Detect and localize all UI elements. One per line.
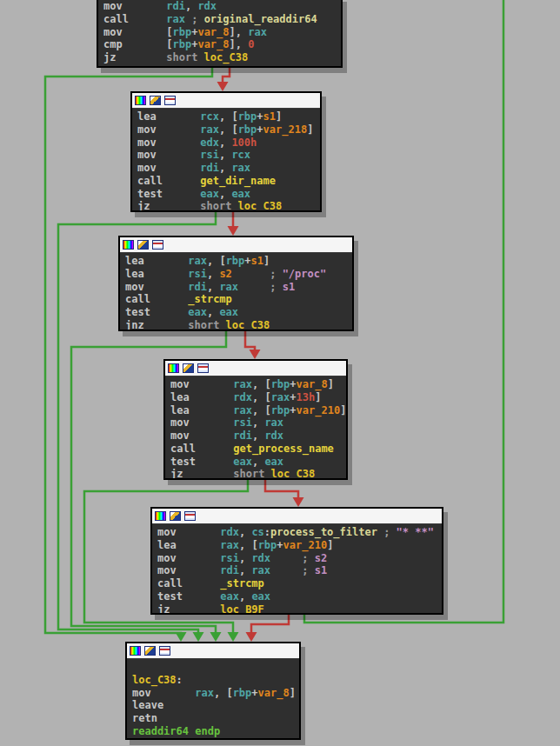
- flow-edge-fallthrough: [265, 480, 298, 500]
- group-node-icon[interactable]: [184, 511, 196, 521]
- asm-line[interactable]: call _strcmp: [157, 577, 440, 590]
- asm-line[interactable]: call rax ; original_readdir64: [103, 13, 339, 26]
- asm-line[interactable]: mov rax, [rbp+var_218]: [137, 123, 318, 137]
- asm-line[interactable]: call get_dir_name: [137, 175, 318, 188]
- node-title-bar[interactable]: [127, 643, 299, 659]
- node-title-bar[interactable]: [152, 509, 442, 524]
- node-color-icon[interactable]: [168, 363, 179, 373]
- asm-line[interactable]: mov rax, [rbp+var_8]: [170, 378, 344, 391]
- node-color-icon[interactable]: [135, 96, 146, 105]
- group-node-icon[interactable]: [164, 96, 176, 105]
- basic-block-get-process-name[interactable]: mov rax, [rbp+var_8]lea rdx, [rax+13h]le…: [163, 359, 348, 480]
- asm-line[interactable]: readdir64 endp: [132, 725, 297, 738]
- disassembly-listing: mov rdi, rdxcall rax ; original_readdir6…: [98, 0, 341, 66]
- asm-line[interactable]: mov [rbp+var_8], rax: [103, 26, 339, 39]
- asm-line[interactable]: jz short loc_C38: [170, 468, 344, 480]
- node-title-bar[interactable]: [165, 361, 346, 376]
- flow-arrowhead-icon: [250, 350, 261, 359]
- flow-arrowhead-icon: [228, 632, 239, 642]
- basic-block-entry-check[interactable]: mov rdi, rdxcall rax ; original_readdir6…: [97, 0, 343, 68]
- edit-node-icon[interactable]: [170, 511, 181, 521]
- asm-line[interactable]: lea rsi, s2 ; "/proc": [125, 268, 350, 281]
- edit-node-icon[interactable]: [183, 363, 194, 373]
- flow-edge-fallthrough: [245, 331, 255, 352]
- flow-arrowhead-icon: [293, 497, 304, 507]
- flow-arrowhead-icon: [217, 82, 229, 91]
- asm-line[interactable]: jz short loc_C38: [137, 200, 318, 212]
- node-title-bar[interactable]: [132, 93, 320, 109]
- asm-line[interactable]: lea rax, [rbp+s1]: [125, 255, 350, 268]
- asm-line[interactable]: mov rsi, rax: [170, 416, 344, 430]
- flow-arrowhead-icon: [246, 632, 257, 642]
- node-title-bar[interactable]: [120, 237, 352, 253]
- edit-node-icon[interactable]: [144, 646, 156, 656]
- edit-node-icon[interactable]: [150, 96, 161, 105]
- flow-arrowhead-icon: [193, 632, 204, 642]
- asm-line[interactable]: lea rax, [rbp+var_210]: [157, 539, 440, 552]
- asm-line[interactable]: mov edx, 100h: [137, 137, 318, 150]
- asm-line[interactable]: lea rdx, [rax+13h]: [170, 391, 344, 404]
- group-node-icon[interactable]: [159, 646, 170, 656]
- basic-block-strcmp-proc[interactable]: lea rax, [rbp+s1]lea rsi, s2 ; "/proc"mo…: [118, 236, 354, 331]
- asm-line[interactable]: retn: [132, 712, 297, 725]
- asm-line[interactable]: mov rsi, rdx ; s2: [157, 552, 440, 565]
- asm-line[interactable]: mov rdx, cs:process_to_filter ; "* **": [157, 526, 440, 539]
- disassembly-listing: lea rcx, [rbp+s1]mov rax, [rbp+var_218]m…: [132, 109, 320, 212]
- asm-line[interactable]: call get_process_name: [170, 443, 344, 456]
- node-color-icon[interactable]: [155, 511, 166, 521]
- asm-line[interactable]: leave: [132, 699, 297, 712]
- flow-arrowhead-icon: [210, 632, 222, 642]
- flow-arrowhead-icon: [176, 632, 187, 642]
- asm-line[interactable]: lea rcx, [rbp+s1]: [137, 110, 318, 123]
- asm-line[interactable]: test eax, eax: [170, 456, 344, 469]
- basic-block-loc-C38-return[interactable]: loc_C38:mov rax, [rbp+var_8]leaveretnrea…: [125, 642, 301, 740]
- flow-edge-fallthrough: [223, 66, 230, 84]
- asm-line[interactable]: mov rdi, rdx: [103, 0, 339, 13]
- asm-line[interactable]: lea rax, [rbp+var_210]: [170, 404, 344, 417]
- asm-line[interactable]: loc_C38:: [132, 674, 297, 687]
- disassembly-listing: mov rdx, cs:process_to_filter ; "* **"le…: [152, 524, 442, 615]
- asm-line[interactable]: test eax, eax: [137, 188, 318, 201]
- asm-line[interactable]: mov rsi, rcx: [137, 149, 318, 162]
- disassembly-listing: loc_C38:mov rax, [rbp+var_8]leaveretnrea…: [127, 659, 299, 740]
- asm-line[interactable]: call _strcmp: [125, 293, 350, 306]
- group-node-icon[interactable]: [152, 240, 163, 250]
- asm-line[interactable]: jz loc_B9F: [157, 603, 440, 616]
- asm-line[interactable]: mov rdi, rax ; s1: [125, 281, 350, 294]
- asm-line[interactable]: jz short loc_C38: [103, 51, 339, 64]
- basic-block-strcmp-filter[interactable]: mov rdx, cs:process_to_filter ; "* **"le…: [150, 507, 443, 615]
- asm-line[interactable]: test eax, eax: [157, 590, 440, 603]
- asm-line[interactable]: test eax, eax: [125, 306, 350, 319]
- basic-block-get-dir-name[interactable]: lea rcx, [rbp+s1]mov rax, [rbp+var_218]m…: [130, 91, 322, 212]
- asm-line[interactable]: mov rdi, rax: [137, 162, 318, 175]
- edit-node-icon[interactable]: [137, 240, 149, 250]
- disassembly-listing: lea rax, [rbp+s1]lea rsi, s2 ; "/proc"mo…: [120, 253, 352, 331]
- group-node-icon[interactable]: [197, 363, 209, 373]
- node-color-icon[interactable]: [123, 240, 134, 250]
- disassembly-listing: mov rax, [rbp+var_8]lea rdx, [rax+13h]le…: [165, 376, 346, 480]
- asm-line[interactable]: cmp [rbp+var_8], 0: [103, 38, 339, 51]
- graph-canvas[interactable]: mov rdi, rdxcall rax ; original_readdir6…: [0, 0, 560, 746]
- node-color-icon[interactable]: [130, 646, 141, 656]
- asm-line[interactable]: mov rdi, rdx: [170, 430, 344, 443]
- asm-line[interactable]: mov rdi, rax ; s1: [157, 564, 440, 577]
- flow-edge-fallthrough: [251, 615, 289, 635]
- asm-line[interactable]: jnz short loc_C38: [125, 319, 350, 331]
- flow-arrowhead-icon: [228, 226, 239, 236]
- asm-line[interactable]: mov rax, [rbp+var_8]: [132, 687, 297, 700]
- asm-line[interactable]: [132, 661, 297, 674]
